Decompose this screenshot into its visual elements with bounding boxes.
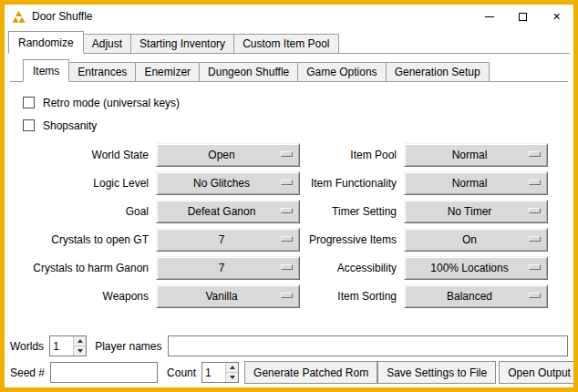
- progressive-items-dropdown[interactable]: On: [404, 228, 548, 252]
- worlds-row: Worlds Player names: [10, 335, 568, 356]
- checkbox-label: Shopsanity: [43, 119, 97, 132]
- dropdown-indicator-icon: [529, 208, 541, 213]
- logic-level-dropdown[interactable]: No Glitches: [156, 171, 300, 195]
- dropdown-indicator-icon: [529, 151, 541, 157]
- timer-setting-dropdown[interactable]: No Timer: [404, 200, 548, 223]
- item-functionality-dropdown[interactable]: Normal: [404, 171, 548, 195]
- count-label: Count: [167, 366, 196, 379]
- app-window: Door Shuffle ✕ Randomize Adjust Starting…: [0, 0, 578, 392]
- options-column-right: Item Pool Normal Item Functionality Norm…: [305, 143, 548, 313]
- options-column-left: World State Open Logic Level No Glitches: [17, 143, 300, 313]
- tab-randomize[interactable]: Randomize: [8, 31, 84, 54]
- seed-input[interactable]: [50, 362, 158, 383]
- dropdown-value: No Timer: [448, 205, 505, 218]
- seed-row: Seed # Count Generate Patched Rom Save S…: [10, 361, 568, 384]
- worlds-spin-down-button[interactable]: [74, 346, 86, 356]
- arrow-up-icon: [77, 339, 83, 343]
- option-label: Crystals to open GT: [17, 233, 156, 246]
- dropdown-indicator-icon: [529, 180, 541, 185]
- dropdown-indicator-icon: [281, 236, 293, 242]
- accessibility-dropdown[interactable]: 100% Locations: [404, 256, 548, 280]
- tab-items[interactable]: Items: [23, 59, 69, 82]
- randomize-pane: Items Entrances Enemizer Dungeon Shuffle…: [8, 54, 570, 329]
- count-spin-up-button[interactable]: [226, 363, 238, 372]
- dropdown-value: Balanced: [447, 290, 505, 303]
- spin-arrows: [73, 336, 86, 356]
- minimize-button[interactable]: [472, 5, 506, 28]
- count-spin-down-button[interactable]: [226, 372, 238, 382]
- close-button[interactable]: ✕: [540, 5, 573, 28]
- titlebar: Door Shuffle ✕: [5, 5, 573, 28]
- tab-entrances[interactable]: Entrances: [68, 62, 136, 81]
- option-row: Accessibility 100% Locations: [305, 256, 548, 280]
- option-label: Crystals to harm Ganon: [17, 262, 156, 274]
- window-content: Randomize Adjust Starting Inventory Cust…: [5, 28, 573, 387]
- worlds-input[interactable]: [50, 336, 73, 356]
- world-state-dropdown[interactable]: Open: [156, 143, 300, 167]
- seed-label: Seed #: [10, 366, 45, 379]
- tab-enemizer[interactable]: Enemizer: [135, 62, 200, 81]
- tab-dungeon-shuffle[interactable]: Dungeon Shuffle: [199, 62, 298, 81]
- player-names-label: Player names: [95, 340, 161, 353]
- options-grid: World State Open Logic Level No Glitches: [17, 143, 563, 313]
- player-names-input[interactable]: [168, 335, 569, 356]
- dropdown-value: Normal: [452, 149, 501, 161]
- worlds-spinbox[interactable]: [49, 335, 87, 356]
- checkbox-icon: [23, 119, 35, 131]
- tab-custom-item-pool[interactable]: Custom Item Pool: [233, 34, 338, 53]
- option-label: Weapons: [17, 290, 156, 303]
- tab-starting-inventory[interactable]: Starting Inventory: [130, 34, 234, 53]
- option-label: Logic Level: [17, 177, 156, 190]
- count-spinbox[interactable]: [201, 362, 239, 383]
- option-label: Timer Setting: [305, 205, 404, 218]
- dropdown-indicator-icon: [281, 264, 293, 270]
- worlds-spin-up-button[interactable]: [74, 336, 86, 346]
- close-icon: ✕: [552, 12, 561, 22]
- option-row: Item Functionality Normal: [305, 171, 548, 195]
- weapons-dropdown[interactable]: Vanilla: [156, 284, 300, 308]
- dropdown-value: 100% Locations: [430, 262, 521, 274]
- maximize-icon: [519, 13, 527, 21]
- option-label: Item Pool: [305, 149, 404, 161]
- dropdown-indicator-icon: [529, 236, 541, 242]
- maximize-button[interactable]: [506, 5, 540, 28]
- crystals-open-gt-dropdown[interactable]: 7: [156, 228, 300, 252]
- option-row: World State Open: [17, 143, 300, 167]
- tab-game-options[interactable]: Game Options: [297, 62, 386, 81]
- goal-dropdown[interactable]: Defeat Ganon: [156, 200, 300, 223]
- retro-mode-checkbox[interactable]: Retro mode (universal keys): [23, 91, 563, 114]
- app-icon: [12, 11, 26, 23]
- option-row: Goal Defeat Ganon: [17, 200, 300, 223]
- tab-generation-setup[interactable]: Generation Setup: [386, 62, 490, 81]
- dropdown-indicator-icon: [281, 208, 293, 213]
- save-settings-button[interactable]: Save Settings to File: [377, 361, 496, 384]
- worlds-label: Worlds: [10, 340, 44, 353]
- count-input[interactable]: [202, 363, 225, 382]
- checkbox-label: Retro mode (universal keys): [43, 97, 180, 109]
- dropdown-value: 7: [219, 233, 238, 246]
- dropdown-indicator-icon: [281, 151, 293, 157]
- dropdown-value: Open: [208, 149, 247, 161]
- option-row: Crystals to open GT 7: [17, 228, 300, 252]
- item-pool-dropdown[interactable]: Normal: [404, 143, 548, 167]
- dropdown-value: No Glitches: [193, 177, 263, 190]
- dropdown-value: Normal: [452, 177, 501, 190]
- items-pane: Retro mode (universal keys) Shopsanity W…: [10, 82, 568, 329]
- tab-adjust[interactable]: Adjust: [83, 34, 131, 53]
- open-output-directory-button[interactable]: Open Output Directory: [499, 361, 573, 384]
- sub-tab-bar: Items Entrances Enemizer Dungeon Shuffle…: [10, 59, 568, 82]
- window-controls: ✕: [472, 5, 573, 28]
- crystals-harm-ganon-dropdown[interactable]: 7: [156, 256, 300, 280]
- dropdown-indicator-icon: [281, 180, 293, 185]
- option-row: Item Sorting Balanced: [305, 284, 548, 308]
- item-sorting-dropdown[interactable]: Balanced: [404, 284, 548, 308]
- dropdown-indicator-icon: [529, 264, 541, 270]
- generate-patched-rom-button[interactable]: Generate Patched Rom: [244, 361, 377, 384]
- shopsanity-checkbox[interactable]: Shopsanity: [23, 114, 563, 137]
- main-tab-bar: Randomize Adjust Starting Inventory Cust…: [8, 31, 570, 54]
- option-row: Timer Setting No Timer: [305, 200, 548, 223]
- option-label: Goal: [17, 205, 156, 218]
- option-label: Item Functionality: [305, 177, 404, 190]
- minimize-icon: [485, 16, 494, 17]
- option-label: Progressive Items: [305, 233, 404, 246]
